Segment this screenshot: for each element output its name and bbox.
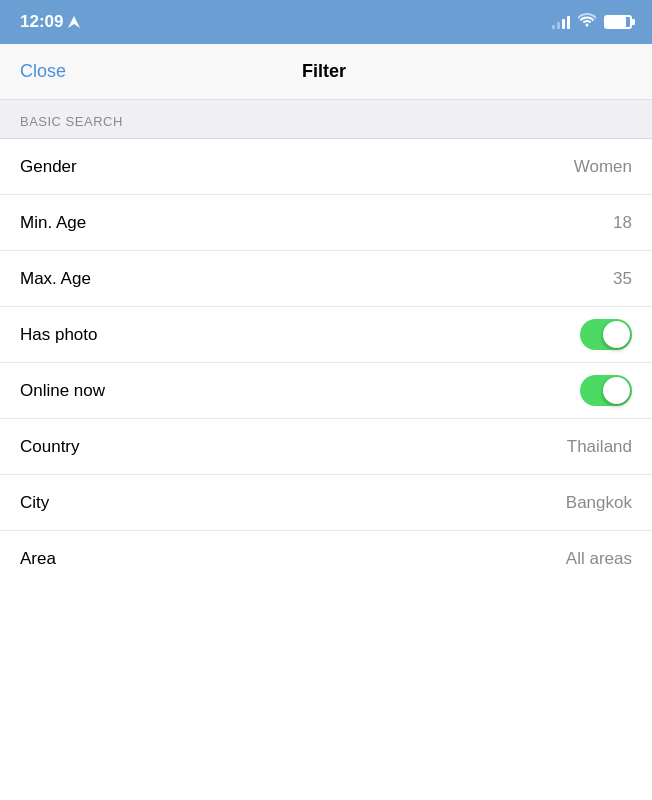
min-age-value: 18 [613,213,632,233]
country-label: Country [20,437,80,457]
online-now-toggle[interactable] [580,375,632,406]
online-now-toggle-knob [603,377,630,404]
area-value: All areas [566,549,632,569]
has-photo-label: Has photo [20,325,98,345]
city-label: City [20,493,49,513]
battery-icon [604,15,632,29]
max-age-value: 35 [613,269,632,289]
gender-value: Women [574,157,632,177]
online-now-row[interactable]: Online now [0,363,652,419]
max-age-row[interactable]: Max. Age 35 [0,251,652,307]
settings-list: BASIC SEARCH Gender Women Min. Age 18 Ma… [0,100,652,587]
wifi-icon [578,13,596,31]
time-display: 12:09 [20,12,63,32]
location-arrow-icon [68,16,80,28]
city-row[interactable]: City Bangkok [0,475,652,531]
area-label: Area [20,549,56,569]
nav-bar: Close Filter [0,44,652,100]
country-value: Thailand [567,437,632,457]
close-button[interactable]: Close [20,61,66,82]
max-age-label: Max. Age [20,269,91,289]
country-row[interactable]: Country Thailand [0,419,652,475]
has-photo-toggle[interactable] [580,319,632,350]
basic-search-header: BASIC SEARCH [0,100,652,139]
has-photo-toggle-knob [603,321,630,348]
area-row[interactable]: Area All areas [0,531,652,587]
page-title: Filter [302,61,346,82]
section-header-label: BASIC SEARCH [20,114,123,129]
status-icons [552,13,632,31]
gender-row[interactable]: Gender Women [0,139,652,195]
status-time: 12:09 [20,12,80,32]
city-value: Bangkok [566,493,632,513]
status-bar: 12:09 [0,0,652,44]
svg-marker-0 [68,16,80,28]
min-age-label: Min. Age [20,213,86,233]
signal-icon [552,15,570,29]
has-photo-row[interactable]: Has photo [0,307,652,363]
online-now-label: Online now [20,381,105,401]
gender-label: Gender [20,157,77,177]
min-age-row[interactable]: Min. Age 18 [0,195,652,251]
